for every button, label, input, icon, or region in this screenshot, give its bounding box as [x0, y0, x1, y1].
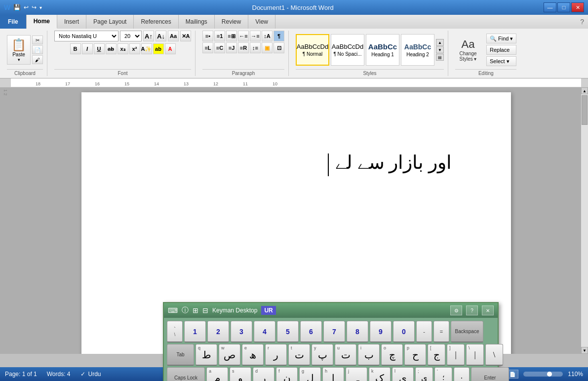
- replace-button[interactable]: Replace: [486, 45, 516, 55]
- zoom-thumb[interactable]: [547, 372, 552, 377]
- close-button[interactable]: ✕: [571, 2, 584, 12]
- key-q[interactable]: q ط: [196, 344, 217, 354]
- key-equals[interactable]: =: [433, 321, 449, 343]
- style-heading1[interactable]: AaBbCc Heading 1: [366, 34, 399, 66]
- quick-access-undo[interactable]: ↩: [24, 4, 29, 11]
- align-left-button[interactable]: ≡L: [202, 42, 213, 53]
- language-indicator[interactable]: ✓ Urdu: [80, 371, 101, 378]
- key-i[interactable]: i ب: [358, 344, 380, 354]
- tab-review[interactable]: Review: [215, 15, 248, 29]
- key-3[interactable]: 3: [231, 321, 252, 343]
- paste-dropdown[interactable]: ▾: [18, 57, 20, 62]
- key-2[interactable]: 2: [207, 321, 229, 343]
- tab-file[interactable]: File: [0, 15, 27, 29]
- subscript-button[interactable]: x₂: [118, 43, 128, 54]
- key-e[interactable]: e ھ: [242, 344, 264, 354]
- quick-access-save[interactable]: 💾: [13, 4, 21, 11]
- sort-button[interactable]: ↕A: [262, 31, 273, 41]
- superscript-button[interactable]: x²: [129, 43, 140, 54]
- scroll-down-button[interactable]: ▼: [581, 347, 588, 354]
- key-rbracket[interactable]: ] |: [447, 344, 465, 354]
- key-backspace[interactable]: Backspace: [451, 321, 483, 343]
- key-w[interactable]: w ص: [219, 344, 240, 354]
- highlight-button[interactable]: ab: [153, 43, 164, 54]
- keyman-help-button[interactable]: ?: [466, 305, 478, 315]
- keyman-settings-button[interactable]: ⚙: [450, 305, 462, 315]
- tab-page-layout[interactable]: Page Layout: [86, 15, 134, 29]
- styles-scroll-up[interactable]: ▲: [436, 39, 444, 46]
- urdu-text-area[interactable]: اور بازار سے لے: [111, 152, 481, 176]
- shading-button[interactable]: ▣: [262, 42, 273, 53]
- key-8[interactable]: 8: [347, 321, 368, 343]
- tab-mailings[interactable]: Mailings: [179, 15, 215, 29]
- multilevel-button[interactable]: ≡⊞: [226, 31, 237, 41]
- tab-view[interactable]: View: [248, 15, 275, 29]
- font-size-select[interactable]: 20: [120, 31, 142, 41]
- change-styles-button[interactable]: Aa ChangeStyles ▾: [455, 34, 481, 66]
- document-area[interactable]: اور بازار سے لے ⌨ ⓘ ⊞ ⊟ Keyman Desktop U…: [11, 87, 581, 354]
- strikethrough-button[interactable]: ab: [106, 43, 117, 54]
- keyman-title-bar[interactable]: ⌨ ⓘ ⊞ ⊟ Keyman Desktop UR ⚙ ? ✕: [164, 303, 498, 318]
- key-o[interactable]: o چ: [381, 344, 403, 354]
- key-4[interactable]: 4: [254, 321, 275, 343]
- cut-button[interactable]: ✂: [32, 36, 43, 44]
- key-lbracket[interactable]: [ ج: [428, 344, 445, 354]
- keyman-close-button[interactable]: ✕: [482, 305, 494, 315]
- key-t[interactable]: t ت: [288, 344, 310, 354]
- key-6[interactable]: 6: [300, 321, 322, 343]
- tab-insert[interactable]: Insert: [57, 15, 86, 29]
- key-backtick[interactable]: `\: [167, 321, 183, 343]
- bold-button[interactable]: B: [70, 43, 81, 54]
- italic-button[interactable]: I: [82, 43, 93, 54]
- font-color-button[interactable]: A: [165, 43, 176, 54]
- maximize-button[interactable]: □: [557, 2, 570, 12]
- grow-font-button[interactable]: A↑: [143, 31, 154, 41]
- key-p[interactable]: p ح: [404, 344, 426, 354]
- zoom-slider[interactable]: [523, 372, 563, 377]
- key-u[interactable]: u ت: [335, 344, 356, 354]
- key-tab[interactable]: Tab: [167, 344, 194, 354]
- help-icon[interactable]: ?: [580, 18, 584, 26]
- key-0[interactable]: 0: [393, 321, 415, 343]
- scroll-up-button[interactable]: ▲: [581, 87, 588, 94]
- style-normal[interactable]: AaBbCcDd ¶ Normal: [296, 34, 329, 66]
- find-button[interactable]: 🔍 Find ▾: [486, 34, 516, 43]
- paste-button[interactable]: 📋 Paste ▾: [7, 35, 31, 65]
- style-heading2[interactable]: AaBbCc Heading 2: [401, 34, 434, 66]
- bullets-button[interactable]: ≡•: [202, 31, 213, 41]
- text-effects-button[interactable]: A✨: [141, 43, 152, 54]
- key-pipe[interactable]: \: [485, 344, 503, 354]
- style-no-spacing[interactable]: AaBbCcDd ¶ No Spaci...: [331, 34, 364, 66]
- increase-indent-button[interactable]: →≡: [250, 31, 261, 41]
- quick-access-redo[interactable]: ↪: [32, 4, 37, 11]
- format-painter-button[interactable]: 🖌: [32, 55, 43, 64]
- key-r[interactable]: r ر: [265, 344, 287, 354]
- show-marks-button[interactable]: ¶: [274, 31, 284, 41]
- scroll-thumb[interactable]: [582, 95, 588, 125]
- styles-expand[interactable]: ▤: [436, 54, 444, 61]
- key-minus[interactable]: -: [416, 321, 432, 343]
- underline-button[interactable]: U: [94, 43, 105, 54]
- numbering-button[interactable]: ≡1: [214, 31, 225, 41]
- key-backslash[interactable]: \ |: [466, 344, 484, 354]
- line-spacing-button[interactable]: ↕≡: [250, 42, 261, 53]
- align-right-button[interactable]: ≡R: [238, 42, 249, 53]
- key-5[interactable]: 5: [277, 321, 299, 343]
- vertical-scrollbar[interactable]: ▲ ▼: [581, 87, 588, 354]
- select-button[interactable]: Select ▾: [486, 56, 516, 66]
- minimize-button[interactable]: —: [544, 2, 556, 12]
- justify-button[interactable]: ≡J: [226, 42, 237, 53]
- clear-formatting-button[interactable]: ✕A: [180, 31, 191, 41]
- key-y[interactable]: y پ: [312, 344, 333, 354]
- tab-references[interactable]: References: [134, 15, 178, 29]
- shrink-font-button[interactable]: A↓: [156, 31, 166, 41]
- decrease-indent-button[interactable]: ←≡: [238, 31, 249, 41]
- key-1[interactable]: 1: [184, 321, 206, 343]
- key-9[interactable]: 9: [370, 321, 392, 343]
- tab-home[interactable]: Home: [27, 15, 57, 29]
- borders-button[interactable]: ⊡: [274, 42, 284, 53]
- styles-scroll-down[interactable]: ▼: [436, 46, 444, 53]
- key-7[interactable]: 7: [323, 321, 345, 343]
- align-center-button[interactable]: ≡C: [214, 42, 225, 53]
- font-name-select[interactable]: Noto Nastaliq U: [54, 31, 118, 41]
